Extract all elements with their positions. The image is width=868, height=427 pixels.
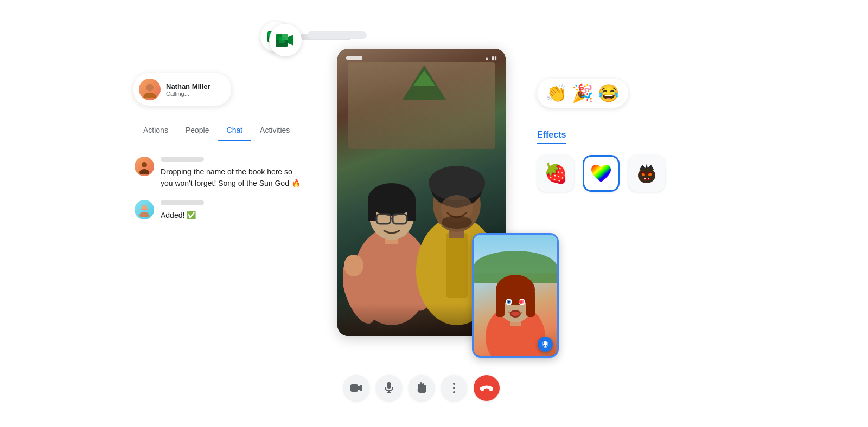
chat-message-2: Added! ✅: [135, 200, 341, 221]
svg-text:❤️: ❤️: [518, 300, 523, 305]
message-avatar-2: [135, 200, 154, 219]
svg-point-24: [139, 169, 149, 174]
svg-point-55: [508, 301, 510, 303]
svg-point-60: [511, 312, 520, 316]
emoji-clapping[interactable]: 👏: [546, 83, 567, 103]
caller-name: Nathan Miller: [166, 82, 210, 90]
svg-point-78: [481, 388, 484, 391]
emoji-reactions-row: 👏 🎉 😂: [537, 79, 628, 108]
svg-point-21: [146, 84, 154, 92]
svg-point-46: [442, 216, 472, 229]
message-name-bar-2: [161, 200, 204, 205]
pip-video: ❤️: [472, 233, 559, 358]
caller-avatar: [139, 79, 161, 100]
control-bar: [337, 375, 506, 401]
svg-marker-15: [288, 35, 293, 46]
tab-activities[interactable]: Activities: [251, 119, 298, 141]
chat-message-1: Dropping the name of the book here so yo…: [135, 157, 341, 189]
pip-mic-button[interactable]: [538, 337, 553, 352]
message-avatar-1: [135, 157, 154, 176]
camera-button[interactable]: [343, 375, 369, 401]
chat-tabs: Actions People Chat Activities: [135, 119, 341, 141]
pip-video-bg: ❤️: [474, 235, 557, 356]
emoji-laughing[interactable]: 😂: [598, 83, 620, 103]
more-options-button[interactable]: [441, 375, 467, 401]
end-call-button[interactable]: [474, 375, 500, 401]
raise-hand-button[interactable]: [409, 375, 435, 401]
effect-rainbow-heart[interactable]: [583, 155, 620, 192]
svg-rect-66: [350, 384, 358, 392]
svg-point-22: [144, 93, 156, 98]
svg-point-38: [344, 255, 363, 276]
effects-panel: Effects 🍓: [537, 130, 689, 192]
svg-point-81: [638, 168, 655, 183]
svg-point-75: [453, 383, 455, 385]
message-text-1: Dropping the name of the book here so yo…: [161, 166, 302, 189]
tab-actions[interactable]: Actions: [135, 119, 177, 141]
caller-info: Nathan Miller Calling...: [166, 82, 210, 97]
svg-rect-40: [446, 233, 468, 298]
svg-point-77: [453, 391, 455, 393]
message-content-2: Added! ✅: [161, 200, 204, 221]
effect-strawberry[interactable]: 🍓: [537, 155, 574, 192]
video-status-bar: ▲ ▮▮: [346, 55, 497, 61]
calling-card: Nathan Miller Calling...: [133, 73, 231, 106]
svg-rect-71: [420, 382, 422, 390]
svg-point-79: [489, 388, 493, 391]
svg-rect-31: [368, 199, 376, 221]
chat-panel: Actions People Chat Activities Dropping …: [135, 119, 341, 236]
tab-people[interactable]: People: [177, 119, 218, 141]
svg-point-76: [453, 387, 455, 389]
svg-rect-62: [543, 344, 547, 345]
status-pill: [346, 56, 362, 60]
message-name-bar-1: [161, 157, 204, 162]
svg-point-23: [142, 162, 147, 167]
tab-chat[interactable]: Chat: [218, 119, 252, 141]
message-text-2: Added! ✅: [161, 210, 204, 221]
caller-status: Calling...: [166, 90, 210, 97]
svg-point-26: [139, 212, 149, 217]
meet-logo-container: [269, 24, 302, 56]
microphone-button[interactable]: [376, 375, 402, 401]
effects-title[interactable]: Effects: [537, 130, 566, 144]
effects-icons-row: 🍓: [537, 155, 689, 192]
status-icons: ▲ ▮▮: [484, 55, 497, 61]
emoji-party[interactable]: 🎉: [572, 83, 593, 103]
meet-title-placeholder: [307, 31, 367, 39]
effect-demon[interactable]: [628, 155, 665, 192]
chat-messages: Dropping the name of the book here so yo…: [135, 152, 341, 236]
svg-marker-67: [358, 385, 362, 391]
svg-rect-52: [526, 290, 535, 317]
svg-rect-68: [387, 382, 391, 389]
message-content-1: Dropping the name of the book here so yo…: [161, 157, 302, 189]
svg-rect-51: [496, 290, 505, 317]
svg-rect-20: [279, 37, 285, 43]
